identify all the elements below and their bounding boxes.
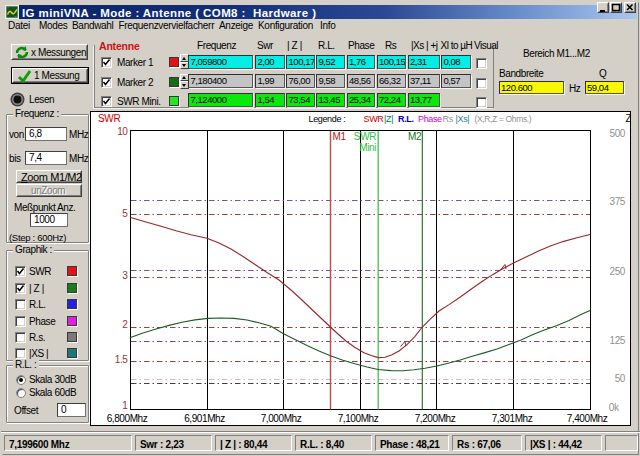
svg-text:10: 10 <box>117 126 128 137</box>
svg-text:SWR: SWR <box>354 131 376 142</box>
svg-text:50: 50 <box>615 373 626 384</box>
svg-text:3: 3 <box>122 270 128 281</box>
svg-text:M1: M1 <box>333 131 347 142</box>
svg-text:R.L.: R.L. <box>398 114 414 124</box>
svg-text:SWR: SWR <box>98 113 120 124</box>
svg-text:250: 250 <box>610 266 626 277</box>
svg-text:6,901Mhz: 6,901Mhz <box>184 413 225 424</box>
svg-text:Mini: Mini <box>359 142 376 153</box>
svg-text:Legende :: Legende : <box>309 114 346 124</box>
svg-text:Rs: Rs <box>443 114 454 124</box>
svg-text:6,800Mhz: 6,800Mhz <box>107 413 148 424</box>
svg-text:500: 500 <box>610 128 626 139</box>
svg-text:375: 375 <box>610 196 626 207</box>
svg-text:7,000Mhz: 7,000Mhz <box>261 413 302 424</box>
svg-text:0k: 0k <box>609 402 620 413</box>
svg-text:M2: M2 <box>408 131 422 142</box>
svg-text:|Z|: |Z| <box>384 114 393 124</box>
svg-text:1: 1 <box>122 400 128 411</box>
svg-text:5: 5 <box>122 208 128 219</box>
svg-text:SWR: SWR <box>364 114 385 124</box>
svg-text:(X,R,Z = Ohms.): (X,R,Z = Ohms.) <box>475 114 532 124</box>
svg-text:1.5: 1.5 <box>115 354 129 365</box>
svg-text:Phase: Phase <box>418 114 442 124</box>
svg-text:7,200Mhz: 7,200Mhz <box>415 413 456 424</box>
svg-text:7,301Mhz: 7,301Mhz <box>492 413 533 424</box>
svg-text:2: 2 <box>122 319 128 330</box>
svg-text:|Xs|: |Xs| <box>456 114 470 124</box>
svg-text:Z: Z <box>626 113 632 124</box>
svg-text:125: 125 <box>610 335 626 346</box>
svg-text:7,400Mhz: 7,400Mhz <box>567 413 608 424</box>
svg-text:7,100Mhz: 7,100Mhz <box>338 413 379 424</box>
